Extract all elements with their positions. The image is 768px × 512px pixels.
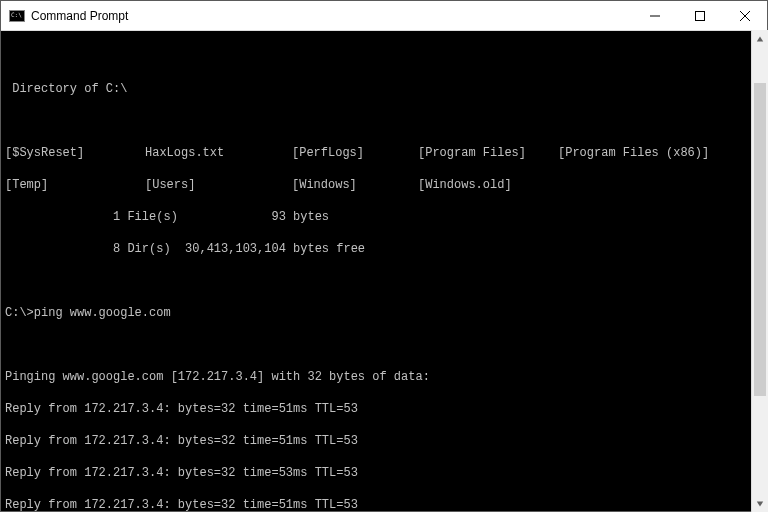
dir-header: Directory of C:\ (5, 81, 763, 97)
scrollbar-thumb[interactable] (754, 83, 766, 397)
close-icon (740, 11, 750, 21)
ping-header: Pinging www.google.com [172.217.3.4] wit… (5, 369, 763, 385)
minimize-icon (650, 11, 660, 21)
chevron-up-icon (756, 35, 764, 43)
blank-line (5, 337, 763, 353)
svg-rect-1 (695, 11, 704, 20)
window-controls (632, 1, 767, 30)
blank-line (5, 113, 763, 129)
ping-reply: Reply from 172.217.3.4: bytes=32 time=53… (5, 465, 763, 481)
chevron-down-icon (756, 500, 764, 508)
dir-summary: 1 File(s) 93 bytes (5, 209, 763, 225)
maximize-icon (695, 11, 705, 21)
prompt-line: C:\>ping www.google.com (5, 305, 763, 321)
window-title: Command Prompt (31, 9, 632, 23)
dir-row: [$SysReset]HaxLogs.txt[PerfLogs][Program… (5, 145, 763, 161)
blank-line (5, 49, 763, 65)
ping-reply: Reply from 172.217.3.4: bytes=32 time=51… (5, 401, 763, 417)
minimize-button[interactable] (632, 1, 677, 30)
maximize-button[interactable] (677, 1, 722, 30)
close-button[interactable] (722, 1, 767, 30)
ping-reply: Reply from 172.217.3.4: bytes=32 time=51… (5, 433, 763, 449)
svg-marker-5 (757, 501, 763, 506)
dir-summary: 8 Dir(s) 30,413,103,104 bytes free (5, 241, 763, 257)
titlebar[interactable]: Command Prompt (1, 1, 767, 31)
svg-marker-4 (757, 36, 763, 41)
scroll-down-button[interactable] (752, 495, 768, 512)
terminal-output[interactable]: Directory of C:\ [$SysReset]HaxLogs.txt[… (1, 31, 767, 511)
scrollbar-track[interactable] (752, 47, 768, 495)
ping-reply: Reply from 172.217.3.4: bytes=32 time=51… (5, 497, 763, 511)
vertical-scrollbar[interactable] (751, 30, 768, 512)
blank-line (5, 273, 763, 289)
dir-row: [Temp][Users][Windows][Windows.old] (5, 177, 763, 193)
cmd-icon (9, 10, 25, 22)
scroll-up-button[interactable] (752, 30, 768, 47)
command-prompt-window: Command Prompt Directory of C:\ [$SysRes… (0, 0, 768, 512)
